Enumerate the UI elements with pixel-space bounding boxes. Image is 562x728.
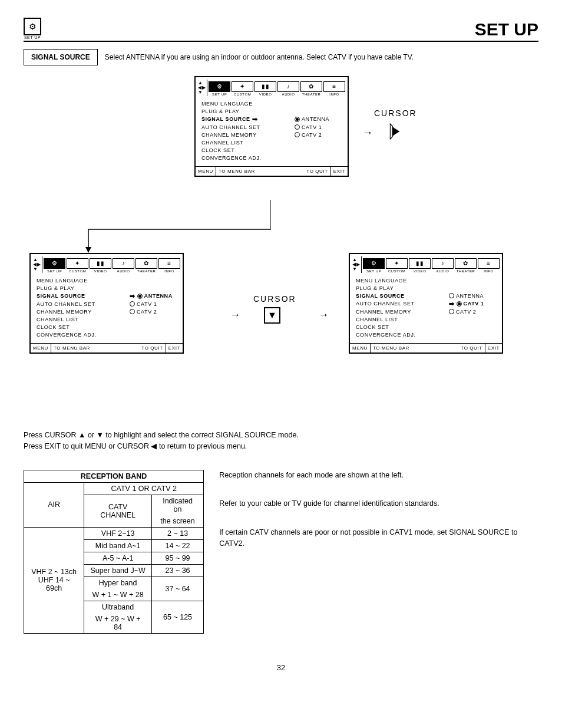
osd-screen-1: ▲◀▶▼ ⚙SET UP ✦CUSTOM ▮▮VIDEO ♪AUDIO ✿THE… bbox=[194, 76, 349, 177]
table-cell: W + 1 ~ W + 28 bbox=[84, 589, 152, 601]
nav-arrow-icon: ▲◀▶▼ bbox=[352, 256, 362, 273]
reception-band-table: RECEPTION BAND AIR CATV 1 OR CATV 2 CATV… bbox=[24, 470, 204, 634]
table-cell: Mid band A~1 bbox=[84, 539, 152, 552]
radio-empty-icon bbox=[130, 301, 135, 307]
connector-line bbox=[82, 200, 271, 256]
menu-item: AUTO CHANNEL SET bbox=[201, 124, 260, 130]
tab-info: ≡INFO bbox=[158, 258, 180, 273]
menu-item: MENU LANGUAGE bbox=[356, 278, 407, 284]
option-antenna: ➡ANTENNA bbox=[130, 293, 177, 299]
page-number: 32 bbox=[24, 663, 538, 672]
table-title: RECEPTION BAND bbox=[24, 470, 204, 482]
osd-footer: MENU TO MENU BAR TO QUIT EXIT bbox=[350, 343, 502, 353]
radio-filled-icon bbox=[137, 294, 143, 299]
menu-item: CLOCK SET bbox=[356, 324, 389, 330]
air-header: AIR bbox=[24, 482, 84, 527]
foot-menubar: TO MENU BAR bbox=[370, 344, 412, 353]
foot-quit: TO QUIT bbox=[92, 344, 166, 353]
tab-video: ▮▮VIDEO bbox=[90, 258, 111, 273]
page-header: ⚙ SET UP SET UP bbox=[24, 18, 538, 42]
tab-theater: ✿THEATER bbox=[300, 81, 322, 96]
table-cell: 14 ~ 22 bbox=[151, 539, 203, 552]
osd-menu-list: MENU LANGUAGE PLUG & PLAY SIGNAL SOURCE … bbox=[31, 273, 183, 343]
table-cell: VHF 2~13 bbox=[84, 527, 152, 539]
right-paragraph-1: Reception channels for each mode are sho… bbox=[219, 470, 538, 481]
tab-theater: ✿THEATER bbox=[455, 258, 477, 273]
radio-empty-icon bbox=[295, 132, 300, 137]
menu-item-signal-source: SIGNAL SOURCE➡ bbox=[201, 116, 257, 123]
osd-footer: MENU TO MENU BAR TO QUIT EXIT bbox=[196, 166, 348, 176]
tab-info: ≡INFO bbox=[323, 81, 345, 96]
nav-arrow-icon: ▲◀▶▼ bbox=[198, 80, 207, 96]
osd-menu-list: MENU LANGUAGE PLUG & PLAY SIGNAL SOURCE➡… bbox=[196, 96, 348, 166]
instruction-line-2: Press EXIT to quit MENU or CURSOR ◀ to r… bbox=[24, 441, 538, 452]
page-title: SET UP bbox=[475, 19, 538, 39]
osd-flow-diagram: ▲◀▶▼ ⚙SET UP ✦CUSTOM ▮▮VIDEO ♪AUDIO ✿THE… bbox=[24, 76, 538, 418]
table-cell: Super band J~W bbox=[84, 564, 152, 577]
setup-icon-label: SET UP bbox=[24, 35, 41, 39]
cursor-down-icon: ▼ bbox=[264, 307, 280, 324]
tab-setup: ⚙SET UP bbox=[44, 258, 65, 273]
foot-exit: EXIT bbox=[485, 344, 502, 353]
menu-item: PLUG & PLAY bbox=[356, 285, 394, 291]
table-cell: 23 ~ 36 bbox=[151, 564, 203, 577]
table-cell: A-5 ~ A-1 bbox=[84, 552, 152, 564]
foot-exit: EXIT bbox=[166, 344, 183, 353]
menu-item: CONVERGENCE ADJ. bbox=[356, 332, 416, 338]
menu-item: CLOCK SET bbox=[37, 324, 70, 330]
table-cell: Hyper band bbox=[84, 577, 152, 589]
right-text-block: Reception channels for each mode are sho… bbox=[219, 470, 538, 567]
menu-item: CHANNEL MEMORY bbox=[37, 309, 92, 315]
right-paragraph-3: If certain CATV channels are poor or not… bbox=[219, 527, 538, 549]
cursor-label: CURSOR bbox=[253, 294, 296, 304]
option-catv1: ➡CATV 1 bbox=[449, 301, 496, 307]
radio-empty-icon bbox=[130, 309, 135, 314]
menu-item: PLUG & PLAY bbox=[201, 108, 239, 114]
radio-empty-icon bbox=[295, 124, 300, 130]
foot-menubar: TO MENU BAR bbox=[216, 167, 257, 176]
tab-audio: ♪AUDIO bbox=[432, 258, 454, 273]
foot-menu: MENU bbox=[350, 344, 370, 353]
air-rows: VHF 2 ~ 13ch UHF 14 ~ 69ch bbox=[24, 527, 84, 633]
menu-item: CHANNEL LIST bbox=[201, 140, 243, 146]
catv-header: CATV 1 OR CATV 2 bbox=[84, 482, 204, 495]
tab-video: ▮▮VIDEO bbox=[409, 258, 431, 273]
indicated-header: Indicated on bbox=[151, 495, 203, 515]
tab-audio: ♪AUDIO bbox=[113, 258, 134, 273]
flow-arrow-icon: → bbox=[230, 309, 240, 321]
table-cell: W + 29 ~ W + 84 bbox=[84, 613, 152, 634]
right-paragraph-2: Refer to your cable or TV guide for chan… bbox=[219, 498, 538, 509]
foot-quit: TO QUIT bbox=[257, 167, 330, 176]
tab-audio: ♪AUDIO bbox=[277, 81, 299, 96]
menu-item: CHANNEL MEMORY bbox=[356, 309, 411, 315]
instruction-line-1: Press CURSOR ▲ or ▼ to highlight and sel… bbox=[24, 430, 538, 441]
signal-source-description: Select ANTENNA if you are using an indoo… bbox=[98, 49, 421, 65]
tab-custom: ✦CUSTOM bbox=[386, 258, 408, 273]
right-arrow-icon: ➡ bbox=[130, 293, 135, 299]
menu-item: AUTO CHANNEL SET bbox=[37, 301, 95, 307]
option-catv1: CATV 1 bbox=[130, 301, 177, 307]
right-arrow-icon: ➡ bbox=[449, 301, 455, 307]
osd-tab-bar: ▲◀▶▼ ⚙SET UP ✦CUSTOM ▮▮VIDEO ♪AUDIO ✿THE… bbox=[31, 254, 183, 273]
radio-empty-icon bbox=[449, 293, 454, 298]
osd-tab-bar: ▲◀▶▼ ⚙SET UP ✦CUSTOM ▮▮VIDEO ♪AUDIO ✿THE… bbox=[350, 254, 502, 273]
foot-quit: TO QUIT bbox=[412, 344, 485, 353]
tab-theater: ✿THEATER bbox=[135, 258, 157, 273]
menu-item-signal-source: SIGNAL SOURCE bbox=[356, 293, 405, 299]
foot-exit: EXIT bbox=[330, 167, 348, 176]
table-cell: Ultraband bbox=[84, 601, 152, 613]
menu-item: CHANNEL MEMORY bbox=[201, 132, 257, 138]
menu-item-signal-source: SIGNAL SOURCE bbox=[37, 293, 85, 299]
menu-item: CONVERGENCE ADJ. bbox=[201, 155, 262, 161]
option-catv2: CATV 2 bbox=[295, 132, 342, 138]
radio-empty-icon bbox=[449, 309, 454, 314]
menu-item: CHANNEL LIST bbox=[356, 317, 398, 322]
osd-tab-bar: ▲◀▶▼ ⚙SET UP ✦CUSTOM ▮▮VIDEO ♪AUDIO ✿THE… bbox=[196, 77, 348, 96]
osd-screen-3: ▲◀▶▼ ⚙SET UP ✦CUSTOM ▮▮VIDEO ♪AUDIO ✿THE… bbox=[349, 253, 503, 354]
catv-channel-header: CATV CHANNEL bbox=[84, 495, 152, 527]
tab-info: ≡INFO bbox=[478, 258, 500, 273]
option-antenna: ANTENNA bbox=[295, 116, 342, 122]
menu-item: CHANNEL LIST bbox=[37, 317, 78, 322]
osd-screen-2: ▲◀▶▼ ⚙SET UP ✦CUSTOM ▮▮VIDEO ♪AUDIO ✿THE… bbox=[29, 253, 184, 354]
option-antenna: ANTENNA bbox=[449, 293, 496, 299]
